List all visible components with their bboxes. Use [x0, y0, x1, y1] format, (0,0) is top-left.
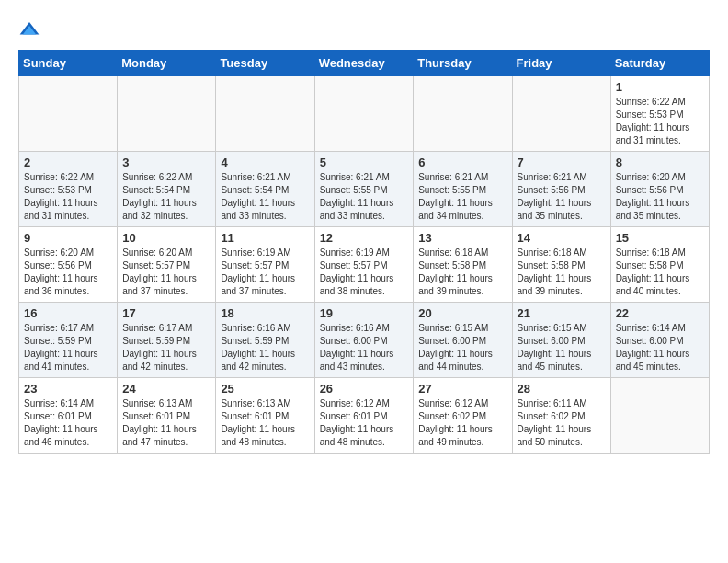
day-info: Sunrise: 6:21 AM Sunset: 5:55 PM Dayligh… — [418, 171, 506, 223]
day-number: 12 — [320, 231, 409, 245]
day-number: 13 — [418, 231, 506, 245]
day-number: 11 — [221, 231, 309, 245]
day-info: Sunrise: 6:19 AM Sunset: 5:57 PM Dayligh… — [320, 247, 409, 298]
calendar-cell: 28Sunrise: 6:11 AM Sunset: 6:02 PM Dayli… — [512, 378, 610, 454]
calendar-cell: 22Sunrise: 6:14 AM Sunset: 6:00 PM Dayli… — [610, 303, 709, 378]
day-number: 1 — [616, 80, 704, 94]
day-number: 21 — [518, 306, 606, 320]
page-header — [18, 18, 710, 40]
calendar-week-row: 2Sunrise: 6:22 AM Sunset: 5:53 PM Daylig… — [19, 152, 710, 227]
day-info: Sunrise: 6:21 AM Sunset: 5:54 PM Dayligh… — [221, 171, 309, 223]
calendar-cell: 25Sunrise: 6:13 AM Sunset: 6:01 PM Dayli… — [216, 378, 314, 454]
calendar-cell: 8Sunrise: 6:20 AM Sunset: 5:56 PM Daylig… — [610, 152, 709, 227]
calendar-cell: 14Sunrise: 6:18 AM Sunset: 5:58 PM Dayli… — [512, 227, 610, 303]
day-number: 15 — [616, 231, 704, 245]
weekday-header: Wednesday — [314, 51, 414, 76]
calendar-cell: 23Sunrise: 6:14 AM Sunset: 6:01 PM Dayli… — [19, 378, 118, 454]
day-info: Sunrise: 6:18 AM Sunset: 5:58 PM Dayligh… — [418, 247, 506, 298]
day-info: Sunrise: 6:20 AM Sunset: 5:56 PM Dayligh… — [24, 247, 112, 298]
day-number: 25 — [221, 382, 309, 396]
weekday-header: Sunday — [19, 51, 118, 76]
day-number: 23 — [24, 382, 112, 396]
day-number: 6 — [418, 155, 506, 169]
day-number: 27 — [418, 382, 506, 396]
calendar-cell — [414, 76, 512, 152]
day-number: 18 — [221, 306, 309, 320]
day-number: 2 — [24, 155, 112, 169]
day-info: Sunrise: 6:21 AM Sunset: 5:56 PM Dayligh… — [518, 171, 606, 223]
calendar-cell: 24Sunrise: 6:13 AM Sunset: 6:01 PM Dayli… — [118, 378, 216, 454]
logo — [18, 18, 44, 40]
calendar-cell: 27Sunrise: 6:12 AM Sunset: 6:02 PM Dayli… — [414, 378, 512, 454]
calendar-week-row: 1Sunrise: 6:22 AM Sunset: 5:53 PM Daylig… — [19, 76, 710, 152]
calendar-cell: 4Sunrise: 6:21 AM Sunset: 5:54 PM Daylig… — [216, 152, 314, 227]
weekday-header: Saturday — [610, 51, 709, 76]
calendar-cell: 17Sunrise: 6:17 AM Sunset: 5:59 PM Dayli… — [118, 303, 216, 378]
day-info: Sunrise: 6:14 AM Sunset: 6:00 PM Dayligh… — [616, 322, 704, 373]
weekday-header: Tuesday — [216, 51, 314, 76]
calendar-week-row: 9Sunrise: 6:20 AM Sunset: 5:56 PM Daylig… — [19, 227, 710, 303]
day-info: Sunrise: 6:21 AM Sunset: 5:55 PM Dayligh… — [320, 171, 409, 223]
calendar-cell: 21Sunrise: 6:15 AM Sunset: 6:00 PM Dayli… — [512, 303, 610, 378]
calendar-cell: 2Sunrise: 6:22 AM Sunset: 5:53 PM Daylig… — [19, 152, 118, 227]
day-info: Sunrise: 6:18 AM Sunset: 5:58 PM Dayligh… — [616, 247, 704, 298]
day-info: Sunrise: 6:13 AM Sunset: 6:01 PM Dayligh… — [221, 397, 309, 449]
day-number: 8 — [616, 155, 704, 169]
day-number: 9 — [24, 231, 112, 245]
day-number: 28 — [518, 382, 606, 396]
calendar-cell — [512, 76, 610, 152]
day-number: 20 — [418, 306, 506, 320]
day-number: 3 — [122, 155, 210, 169]
logo-icon — [18, 18, 40, 40]
day-info: Sunrise: 6:14 AM Sunset: 6:01 PM Dayligh… — [24, 397, 112, 449]
calendar-cell — [314, 76, 414, 152]
calendar-cell: 18Sunrise: 6:16 AM Sunset: 5:59 PM Dayli… — [216, 303, 314, 378]
day-number: 17 — [122, 306, 210, 320]
day-info: Sunrise: 6:22 AM Sunset: 5:53 PM Dayligh… — [24, 171, 112, 223]
calendar-cell: 19Sunrise: 6:16 AM Sunset: 6:00 PM Dayli… — [314, 303, 414, 378]
weekday-header: Thursday — [414, 51, 512, 76]
calendar-cell: 7Sunrise: 6:21 AM Sunset: 5:56 PM Daylig… — [512, 152, 610, 227]
calendar-cell: 5Sunrise: 6:21 AM Sunset: 5:55 PM Daylig… — [314, 152, 414, 227]
day-number: 7 — [518, 155, 606, 169]
day-info: Sunrise: 6:19 AM Sunset: 5:57 PM Dayligh… — [221, 247, 309, 298]
weekday-header: Monday — [118, 51, 216, 76]
day-number: 10 — [122, 231, 210, 245]
calendar-cell: 1Sunrise: 6:22 AM Sunset: 5:53 PM Daylig… — [610, 76, 709, 152]
day-info: Sunrise: 6:15 AM Sunset: 6:00 PM Dayligh… — [418, 322, 506, 373]
calendar-cell: 16Sunrise: 6:17 AM Sunset: 5:59 PM Dayli… — [19, 303, 118, 378]
calendar-cell: 10Sunrise: 6:20 AM Sunset: 5:57 PM Dayli… — [118, 227, 216, 303]
day-info: Sunrise: 6:12 AM Sunset: 6:01 PM Dayligh… — [320, 397, 409, 449]
calendar-cell — [19, 76, 118, 152]
day-info: Sunrise: 6:20 AM Sunset: 5:56 PM Dayligh… — [616, 171, 704, 223]
day-info: Sunrise: 6:12 AM Sunset: 6:02 PM Dayligh… — [418, 397, 506, 449]
calendar-cell: 13Sunrise: 6:18 AM Sunset: 5:58 PM Dayli… — [414, 227, 512, 303]
day-info: Sunrise: 6:17 AM Sunset: 5:59 PM Dayligh… — [122, 322, 210, 373]
calendar-cell: 15Sunrise: 6:18 AM Sunset: 5:58 PM Dayli… — [610, 227, 709, 303]
day-info: Sunrise: 6:16 AM Sunset: 6:00 PM Dayligh… — [320, 322, 409, 373]
calendar-week-row: 23Sunrise: 6:14 AM Sunset: 6:01 PM Dayli… — [19, 378, 710, 454]
calendar-cell: 3Sunrise: 6:22 AM Sunset: 5:54 PM Daylig… — [118, 152, 216, 227]
day-number: 26 — [320, 382, 409, 396]
calendar-cell — [216, 76, 314, 152]
day-info: Sunrise: 6:22 AM Sunset: 5:54 PM Dayligh… — [122, 171, 210, 223]
calendar-header-row: SundayMondayTuesdayWednesdayThursdayFrid… — [19, 51, 710, 76]
calendar-cell: 9Sunrise: 6:20 AM Sunset: 5:56 PM Daylig… — [19, 227, 118, 303]
day-info: Sunrise: 6:13 AM Sunset: 6:01 PM Dayligh… — [122, 397, 210, 449]
calendar-week-row: 16Sunrise: 6:17 AM Sunset: 5:59 PM Dayli… — [19, 303, 710, 378]
calendar-cell: 11Sunrise: 6:19 AM Sunset: 5:57 PM Dayli… — [216, 227, 314, 303]
calendar-cell — [610, 378, 709, 454]
day-info: Sunrise: 6:11 AM Sunset: 6:02 PM Dayligh… — [518, 397, 606, 449]
calendar-cell — [118, 76, 216, 152]
day-number: 4 — [221, 155, 309, 169]
day-number: 14 — [518, 231, 606, 245]
calendar-cell: 20Sunrise: 6:15 AM Sunset: 6:00 PM Dayli… — [414, 303, 512, 378]
calendar-table: SundayMondayTuesdayWednesdayThursdayFrid… — [18, 50, 710, 454]
calendar-cell: 6Sunrise: 6:21 AM Sunset: 5:55 PM Daylig… — [414, 152, 512, 227]
day-number: 16 — [24, 306, 112, 320]
day-number: 22 — [616, 306, 704, 320]
day-info: Sunrise: 6:16 AM Sunset: 5:59 PM Dayligh… — [221, 322, 309, 373]
day-number: 24 — [122, 382, 210, 396]
day-info: Sunrise: 6:15 AM Sunset: 6:00 PM Dayligh… — [518, 322, 606, 373]
day-info: Sunrise: 6:22 AM Sunset: 5:53 PM Dayligh… — [616, 96, 704, 147]
